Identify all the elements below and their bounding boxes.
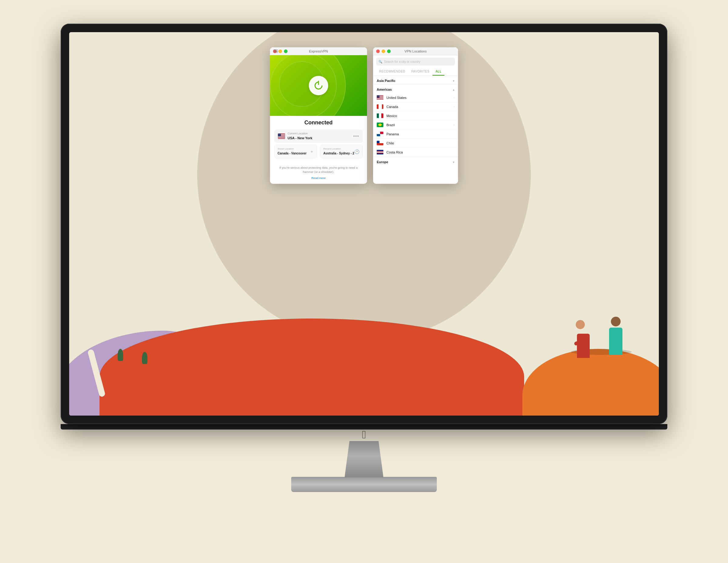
- person2-head: [611, 317, 621, 326]
- flag-canton: [278, 133, 281, 136]
- locations-minimize-button[interactable]: [382, 49, 385, 53]
- flag-cl: [377, 141, 383, 145]
- us-expand-icon: ›: [453, 96, 454, 99]
- maximize-button[interactable]: [284, 49, 288, 53]
- locations-window: VPN Locations 🔍 Search for a city or cou…: [373, 47, 458, 184]
- tree-1: [118, 349, 123, 361]
- flag-us: [377, 95, 383, 100]
- section-asia-pacific[interactable]: Asia Pacific ▾: [373, 76, 458, 84]
- tab-all[interactable]: ALL: [433, 68, 444, 76]
- location-pin-icon: ✦: [310, 149, 314, 154]
- ad-text: If you're serious about protecting data,…: [270, 162, 367, 176]
- windows-container: ExpressVPN: [270, 47, 458, 184]
- minimize-button[interactable]: [278, 49, 282, 53]
- flag-ca: [377, 104, 383, 109]
- power-button[interactable]: [309, 76, 328, 95]
- smart-location-card[interactable]: Smart Location Canada - Vancouver ✦: [274, 145, 317, 158]
- landscape-illustration: [69, 300, 659, 416]
- section-americas[interactable]: Americas ▴: [373, 85, 458, 93]
- vpn-hero-area: [270, 55, 367, 116]
- list-item-us[interactable]: United States ›: [373, 93, 458, 102]
- americas-title: Americas: [377, 88, 392, 91]
- person1-head: [576, 320, 585, 329]
- country-name-cr: Costa Rica: [386, 150, 454, 154]
- power-ring: [313, 80, 324, 91]
- list-item-mx[interactable]: Mexico: [373, 111, 458, 120]
- current-location-bar[interactable]: Current Location USA - New York •••: [274, 130, 363, 143]
- locations-close-button[interactable]: [376, 49, 380, 53]
- recent-location-text: Recent Location Australia - Sydney - 2: [323, 147, 354, 156]
- expressvpn-titlebar: ExpressVPN: [270, 47, 367, 55]
- list-item-pa[interactable]: Panama: [373, 130, 458, 139]
- more-options-icon[interactable]: •••: [353, 133, 359, 139]
- flag-cr: [377, 150, 383, 154]
- screen-bezel: ExpressVPN: [61, 24, 667, 424]
- expressvpn-window: ExpressVPN: [270, 47, 367, 184]
- list-item-cr[interactable]: Costa Rica: [373, 148, 458, 157]
- search-bar[interactable]: 🔍 Search for a city or country: [376, 58, 455, 66]
- smart-location-text: Smart Location Canada - Vancouver: [278, 147, 307, 156]
- person1-body: [577, 334, 590, 358]
- location-text-group: Current Location USA - New York: [288, 132, 312, 140]
- ca-expand-icon: ›: [453, 105, 454, 108]
- power-icon: [314, 81, 323, 90]
- list-item-br[interactable]: Brazil ›: [373, 120, 458, 130]
- country-name-us: United States: [386, 96, 450, 99]
- country-name-pa: Panama: [386, 132, 454, 136]
- europe-title: Europe: [377, 160, 388, 164]
- flag-pa: [377, 132, 383, 136]
- flag-br: [377, 123, 383, 127]
- americas-chevron-up: ▴: [453, 88, 454, 91]
- section-europe[interactable]: Europe ▾: [373, 157, 458, 166]
- person1-arm: [574, 337, 589, 346]
- location-info: Current Location USA - New York: [278, 132, 312, 140]
- locations-window-controls: [376, 49, 391, 53]
- current-location-value: USA - New York: [288, 136, 312, 140]
- country-name-br: Brazil: [386, 123, 450, 127]
- connection-status: Connected: [270, 116, 367, 128]
- country-name-ca: Canada: [386, 105, 450, 109]
- list-item-cl[interactable]: Chile: [373, 139, 458, 148]
- read-more-link[interactable]: Read more: [270, 176, 367, 184]
- search-icon: 🔍: [379, 60, 382, 63]
- flag-mx: [377, 113, 383, 118]
- screen: ExpressVPN: [69, 32, 659, 416]
- stand-base: [291, 477, 437, 492]
- panama-flag-stripe: [377, 134, 383, 137]
- recent-location-value: Australia - Sydney - 2: [323, 152, 354, 155]
- country-name-mx: Mexico: [386, 114, 454, 118]
- locations-list: Asia Pacific ▾ Americas ▴ United Sta: [373, 76, 458, 166]
- search-placeholder-text: Search for a city or country: [384, 60, 420, 63]
- current-location-label: Current Location: [288, 132, 312, 135]
- person2-body: [609, 328, 622, 355]
- location-tabs: RECOMMENDED FAVORITES ALL: [373, 68, 458, 76]
- smart-location-label: Smart Location: [278, 147, 307, 150]
- stand-neck: [340, 441, 388, 477]
- country-name-cl: Chile: [386, 141, 454, 145]
- br-expand-icon: ›: [453, 123, 454, 126]
- people-illustration: [574, 288, 622, 349]
- locations-titlebar: VPN Locations: [373, 47, 458, 55]
- hamburger-icon[interactable]: [274, 49, 278, 53]
- clock-icon: 🕐: [354, 149, 359, 154]
- tree-2: [142, 352, 147, 364]
- apple-logo: : [61, 428, 667, 441]
- recent-location-card[interactable]: Recent Location Australia - Sydney - 2 🕐: [320, 145, 363, 158]
- monitor: ExpressVPN: [45, 24, 683, 539]
- hill-orange: [522, 349, 659, 416]
- asia-pacific-chevron-down: ▾: [453, 79, 454, 83]
- europe-chevron-down: ▾: [453, 160, 454, 164]
- asia-pacific-title: Asia Pacific: [377, 79, 396, 83]
- list-item-ca[interactable]: Canada ›: [373, 102, 458, 111]
- expressvpn-title: ExpressVPN: [309, 49, 328, 53]
- tab-favorites[interactable]: FAVORITES: [408, 68, 433, 76]
- person-1: [574, 325, 587, 349]
- tab-recommended[interactable]: RECOMMENDED: [376, 68, 408, 76]
- person-2: [609, 322, 622, 349]
- recent-location-label: Recent Location: [323, 147, 354, 150]
- locations-maximize-button[interactable]: [387, 49, 391, 53]
- smart-location-value: Canada - Vancouver: [278, 152, 307, 155]
- locations-title: VPN Locations: [405, 49, 427, 53]
- location-row: Smart Location Canada - Vancouver ✦ Rece…: [274, 145, 363, 158]
- us-flag: [278, 133, 285, 139]
